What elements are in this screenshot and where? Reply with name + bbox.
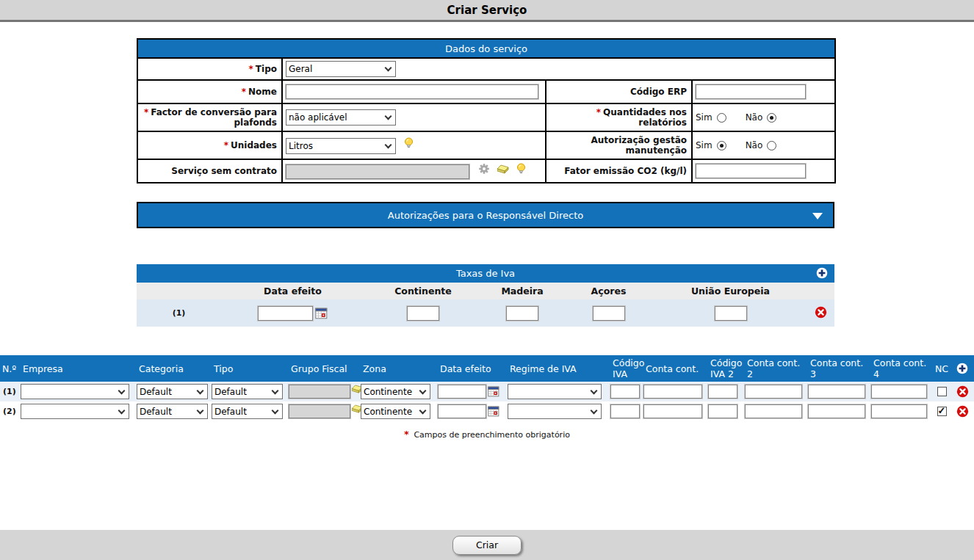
company-table-header: N.º Empresa Categoria Tipo Grupo Fiscal … xyxy=(0,355,974,382)
unidades-select-el[interactable]: Litros xyxy=(286,138,396,154)
company-table: N.º Empresa Categoria Tipo Grupo Fiscal … xyxy=(0,355,974,421)
create-button[interactable]: Criar xyxy=(452,536,522,555)
autorizacao-sim-radio[interactable] xyxy=(717,141,726,150)
col-empresa: Empresa xyxy=(21,362,137,376)
delete-row-icon[interactable] xyxy=(956,385,969,398)
categoria-select[interactable]: Default xyxy=(137,384,208,399)
delete-vat-row-icon[interactable] xyxy=(815,306,827,319)
factor-conversao-select[interactable]: não aplicável xyxy=(286,109,396,126)
zona-select-el[interactable]: Continente xyxy=(361,404,430,419)
add-vat-row-icon[interactable] xyxy=(816,267,828,279)
vat-col-madeira: Madeira xyxy=(482,286,563,297)
eraser-icon[interactable] xyxy=(497,164,509,175)
zona-select[interactable]: Continente xyxy=(361,384,430,399)
tipo-label: Tipo xyxy=(256,64,277,74)
unidades-value-cell: Litros xyxy=(282,131,546,159)
regime-iva-select[interactable] xyxy=(508,384,602,399)
col-numero: N.º xyxy=(0,362,21,376)
empresa-select-el[interactable] xyxy=(21,404,129,419)
conta-cont-3-input[interactable] xyxy=(808,385,865,399)
tipo-row-select[interactable]: Default xyxy=(212,404,283,419)
required-note-text: Campos de preenchimento obrigatório xyxy=(414,430,570,440)
page-title: Criar Serviço xyxy=(447,4,527,17)
codigo-iva-input[interactable] xyxy=(610,385,640,399)
lightbulb-icon[interactable] xyxy=(403,137,414,149)
unidades-select[interactable]: Litros xyxy=(286,138,396,154)
categoria-select-el[interactable]: Default xyxy=(137,404,208,419)
conta-cont-3-input[interactable] xyxy=(808,404,865,418)
quantidades-value-cell: Sim Não xyxy=(692,103,835,131)
service-panel-title: Dados do serviço xyxy=(137,39,835,58)
delete-row-icon[interactable] xyxy=(956,405,969,418)
tipo-row-select-el[interactable]: Default xyxy=(212,404,283,419)
unidades-label-cell: *Unidades xyxy=(137,131,282,159)
regime-iva-select-el[interactable] xyxy=(508,404,602,419)
vat-row-index: (1) xyxy=(137,308,221,318)
regime-iva-select-el[interactable] xyxy=(508,384,602,399)
zona-select[interactable]: Continente xyxy=(361,404,430,419)
factor-conversao-value-cell: não aplicável xyxy=(282,103,546,131)
vat-col-continente: Continente xyxy=(364,286,482,297)
quantidades-nao-radio[interactable] xyxy=(767,113,776,123)
collapse-triangle-icon xyxy=(812,213,823,219)
tipo-label-cell: *Tipo xyxy=(137,58,282,80)
vat-row: (1) xyxy=(137,299,834,327)
tipo-row-select-el[interactable]: Default xyxy=(212,384,283,399)
autorizacao-nao-radio[interactable] xyxy=(767,141,776,150)
vat-section-header: Taxas de Iva xyxy=(137,264,834,283)
data-efeito-input[interactable] xyxy=(438,404,486,418)
quantidades-sim-label: Sim xyxy=(696,112,713,123)
categoria-select-el[interactable]: Default xyxy=(137,384,208,399)
authorizations-collapsible-bar[interactable]: Autorizações para o Responsável Directo xyxy=(137,202,834,228)
col-codigo-iva-2: Código IVA 2 xyxy=(708,356,745,381)
tipo-select[interactable]: Geral xyxy=(286,61,396,77)
vat-continente-input[interactable] xyxy=(407,306,439,321)
data-efeito-input[interactable] xyxy=(438,385,486,399)
empresa-select[interactable] xyxy=(21,384,129,399)
calendar-icon[interactable] xyxy=(488,406,499,417)
lightbulb-icon[interactable] xyxy=(516,163,527,175)
calendar-icon[interactable] xyxy=(315,308,328,319)
vat-uniao-europeia-input[interactable] xyxy=(715,306,747,321)
nc-checkbox[interactable] xyxy=(937,407,947,416)
required-marker: * xyxy=(224,140,228,150)
regime-iva-select[interactable] xyxy=(508,404,602,419)
vat-rates-section: Taxas de Iva Data efeito Continente Made… xyxy=(137,264,834,327)
vat-acores-input[interactable] xyxy=(593,306,625,321)
vat-data-efeito-input[interactable] xyxy=(258,306,313,321)
nome-value-cell xyxy=(282,80,546,103)
codigo-erp-label-cell: Código ERP xyxy=(546,80,692,103)
required-marker: * xyxy=(144,107,148,117)
gear-icon[interactable] xyxy=(478,163,490,175)
vat-column-headers: Data efeito Continente Madeira Açores Un… xyxy=(137,283,834,299)
factor-conversao-select-el[interactable]: não aplicável xyxy=(286,109,396,126)
codigo-iva-2-input[interactable] xyxy=(708,385,737,399)
tipo-select-el[interactable]: Geral xyxy=(286,61,396,77)
col-nc: NC xyxy=(933,362,950,376)
col-conta-cont-2: Conta cont. 2 xyxy=(745,356,808,381)
zona-select-el[interactable]: Continente xyxy=(361,384,430,399)
categoria-select[interactable]: Default xyxy=(137,404,208,419)
quantidades-sim-radio[interactable] xyxy=(717,113,726,123)
empresa-select[interactable] xyxy=(21,404,129,419)
nome-input[interactable] xyxy=(286,84,538,99)
conta-cont-input[interactable] xyxy=(643,385,702,399)
conta-cont-2-input[interactable] xyxy=(745,385,802,399)
vat-madeira-input[interactable] xyxy=(506,306,538,321)
conta-cont-4-input[interactable] xyxy=(871,385,927,399)
conta-cont-4-input[interactable] xyxy=(871,404,927,418)
fator-emissao-input[interactable] xyxy=(696,164,806,178)
add-company-row-icon[interactable] xyxy=(956,363,968,374)
conta-cont-input[interactable] xyxy=(643,404,702,418)
nc-checkbox[interactable] xyxy=(937,387,947,396)
col-conta-cont-4: Conta cont. 4 xyxy=(871,356,933,381)
tipo-row-select[interactable]: Default xyxy=(212,384,283,399)
codigo-iva-2-input[interactable] xyxy=(708,404,737,418)
required-marker: * xyxy=(404,429,409,440)
conta-cont-2-input[interactable] xyxy=(745,404,802,418)
codigo-erp-input[interactable] xyxy=(696,84,806,99)
row-index: (1) xyxy=(0,387,21,396)
codigo-iva-input[interactable] xyxy=(610,404,640,418)
calendar-icon[interactable] xyxy=(488,386,499,397)
empresa-select-el[interactable] xyxy=(21,384,129,399)
